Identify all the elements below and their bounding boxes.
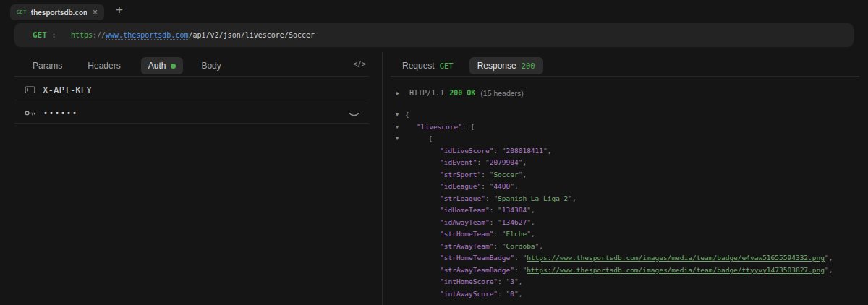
auth-header-name-row[interactable]: X-API-KEY [14, 77, 369, 103]
json-response-viewer[interactable]: ▼{▼"livescore": [▼{"idLiveScore": "20801… [391, 109, 868, 305]
json-line: ▼{ [391, 133, 868, 145]
fold-gutter [391, 265, 405, 277]
fold-toggle-icon[interactable]: ▼ [391, 109, 405, 121]
json-line: "intHomeScore": "3", [391, 276, 868, 288]
tab-method-label: GET [17, 9, 27, 15]
reveal-eye-icon[interactable] [348, 108, 360, 121]
tab-request[interactable]: Request GET [399, 57, 456, 74]
json-line: "idLiveScore": "208018411", [391, 145, 868, 158]
close-icon[interactable]: × [91, 8, 98, 17]
plus-icon: + [116, 3, 123, 17]
json-line: "intAwayScore": "0", [391, 288, 868, 301]
http-status: 200 OK [449, 89, 475, 97]
fold-gutter [391, 181, 405, 193]
url-separator: :// [93, 31, 106, 39]
fold-gutter [391, 169, 405, 181]
json-line: ▼"livescore": [ [391, 121, 868, 134]
tab-response-label: Response [477, 61, 516, 71]
input-field-icon [25, 85, 35, 94]
fold-gutter [391, 276, 405, 288]
fold-gutter [391, 193, 405, 205]
expand-headers-icon[interactable]: ▶ [396, 90, 404, 96]
url-path: /api/v2/json/livescore/Soccer [188, 31, 315, 39]
headers-count: (15 headers) [480, 89, 524, 98]
tab-request-method: GET [440, 61, 454, 70]
json-line: "strAwayTeamBadge": "https://www.thespor… [391, 265, 868, 277]
new-tab-button[interactable]: + [116, 3, 123, 17]
right-tabbar-divider [391, 76, 859, 77]
code-view-icon[interactable]: </> [353, 60, 366, 68]
fold-toggle-icon[interactable]: ▼ [391, 121, 405, 134]
fold-gutter [391, 217, 405, 229]
tab-response-status: 200 [522, 61, 535, 70]
auth-token-row[interactable]: •••••• [14, 103, 369, 124]
tab-auth[interactable]: Auth [141, 57, 184, 74]
tab-headers[interactable]: Headers [80, 57, 127, 74]
method-select[interactable]: GET [33, 30, 47, 40]
url-scheme: https [71, 31, 93, 39]
json-line: "idHomeTeam": "134384", [391, 205, 868, 217]
panel-divider[interactable] [382, 52, 383, 305]
tab-title: thesportsdb.com/api/... [31, 9, 87, 17]
tab-params[interactable]: Params [25, 57, 69, 74]
fold-gutter [391, 252, 405, 265]
tab-response[interactable]: Response 200 [469, 57, 543, 74]
tab-request-label: Request [402, 61, 435, 71]
fold-gutter [391, 145, 405, 158]
url-input[interactable]: https://www.thesportsdb.com/api/v2/json/… [71, 31, 315, 39]
api-key-name[interactable]: X-API-KEY [43, 85, 92, 95]
masked-token-value[interactable]: •••••• [43, 109, 78, 117]
json-line: "strLeague": "Spanish La Liga 2", [391, 193, 868, 205]
fold-gutter [391, 228, 405, 241]
json-line: "strHomeTeamBadge": "https://www.thespor… [391, 252, 868, 265]
tab-strip: GET thesportsdb.com/api/... × + [0, 0, 868, 22]
request-panel-tabs: Params Headers Auth Body </> [14, 56, 370, 75]
json-line: "idEvent": "2079904", [391, 157, 868, 169]
method-dropdown-icon[interactable]: ↕ [52, 31, 56, 39]
json-line: "strAwayTeam": "Cordoba", [391, 241, 868, 253]
fold-gutter [391, 241, 405, 253]
http-protocol: HTTP/1.1 [409, 89, 444, 97]
key-icon [25, 109, 36, 117]
json-line: "strSport": "Soccer", [391, 169, 868, 181]
fold-toggle-icon[interactable]: ▼ [391, 133, 405, 145]
response-status-line[interactable]: ▶ HTTP/1.1 200 OK (15 headers) [391, 87, 524, 99]
json-line: "strHomeTeam": "Elche", [391, 228, 868, 241]
fold-gutter [391, 157, 405, 169]
url-domain: www.thesportsdb.com [106, 31, 188, 40]
json-line: "idAwayTeam": "134627", [391, 217, 868, 229]
tab-body[interactable]: Body [194, 57, 228, 74]
response-panel-tabs: Request GET Response 200 [391, 56, 868, 75]
auth-enabled-dot [171, 64, 176, 69]
tab-auth-label: Auth [148, 61, 166, 71]
url-bar[interactable]: GET ↕ https://www.thesportsdb.com/api/v2… [14, 23, 854, 47]
fold-gutter [391, 205, 405, 217]
fold-gutter [391, 288, 405, 301]
json-line: ▼{ [391, 109, 868, 121]
json-line: "idLeague": "4400", [391, 181, 868, 193]
request-tab[interactable]: GET thesportsdb.com/api/... × [10, 4, 104, 20]
